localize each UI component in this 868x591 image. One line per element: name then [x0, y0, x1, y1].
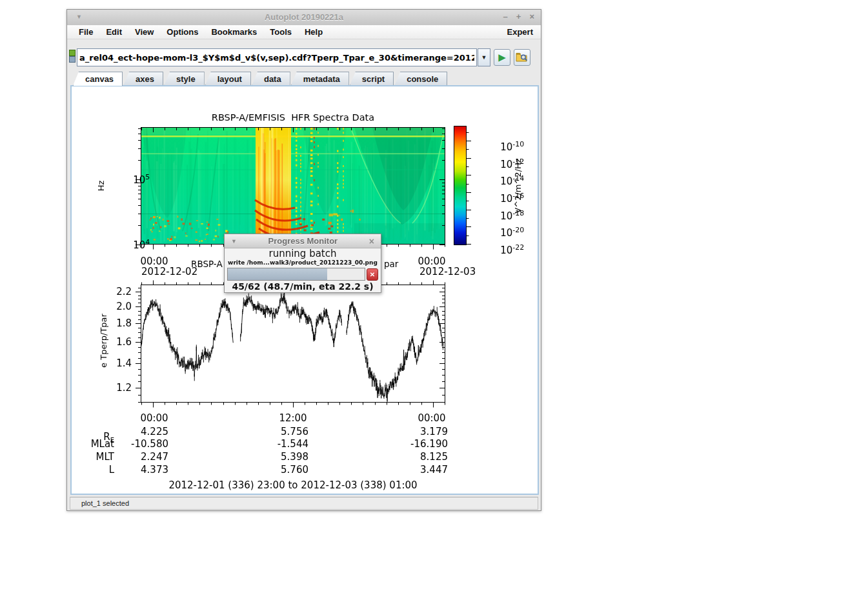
close-button[interactable]: ×: [529, 12, 534, 21]
tab-script[interactable]: script: [350, 72, 394, 86]
menu-help[interactable]: Help: [298, 27, 329, 37]
tab-canvas[interactable]: canvas: [73, 72, 123, 86]
status-bar: plot_1 selected: [70, 497, 538, 510]
spectrogram-xtick-left-date: 2012-12-02: [141, 266, 197, 277]
chevron-down-icon: ▼: [481, 54, 487, 61]
status-text: plot_1 selected: [70, 497, 538, 509]
datasource-blue-square-icon: [69, 56, 76, 63]
spectrogram-xlabel-fragment-right: par: [384, 259, 398, 269]
window-titlebar[interactable]: ▼ Autoplot 20190221a – + ×: [67, 10, 541, 26]
inspect-uri-button[interactable]: [514, 49, 530, 66]
time-range-label: 2012-12-01 (336) 23:00 to 2012-12-03 (33…: [168, 479, 417, 491]
progress-monitor-dialog: ▼ Progress Monitor × running batch write…: [224, 234, 381, 293]
progress-fill: [228, 268, 327, 280]
table-cell: 4.373: [97, 464, 168, 476]
menu-options[interactable]: Options: [160, 27, 205, 37]
expert-menu[interactable]: Expert: [507, 27, 536, 37]
datasource-indicator-icon: [69, 50, 75, 63]
uri-dropdown-button[interactable]: ▼: [478, 48, 490, 66]
play-icon: ▶: [498, 52, 506, 63]
table-cell: 2.247: [97, 451, 168, 463]
tab-layout[interactable]: layout: [205, 72, 251, 86]
table-cell: 5.756: [237, 426, 308, 437]
timeseries-ytick-2.0: 2.0: [104, 301, 132, 312]
dialog-titlebar[interactable]: ▼ Progress Monitor ×: [225, 234, 381, 248]
uri-toolbar: ▼ ▶: [67, 39, 541, 72]
table-cell: 8.125: [377, 451, 448, 463]
spectrogram-title: RBSP-A/EMFISIS HFR Spectra Data: [212, 112, 374, 123]
screen: ▼ Autoplot 20190221a – + × File Edit Vie…: [0, 0, 868, 591]
table-cell: 4.225: [97, 426, 168, 437]
tab-console[interactable]: console: [394, 72, 447, 86]
timeseries-ytick-1.6: 1.6: [104, 336, 132, 348]
timeseries-ytick-1.2: 1.2: [104, 382, 132, 394]
menubar: File Edit View Options Bookmarks Tools H…: [67, 25, 541, 39]
stop-x-icon: ✕: [370, 271, 375, 278]
dialog-close-icon[interactable]: ×: [369, 236, 381, 246]
table-cell: 5.760: [237, 464, 308, 476]
progress-heading: running batch: [225, 248, 381, 259]
table-cell: -10.580: [97, 438, 168, 450]
datasource-green-square-icon: [69, 50, 76, 56]
timeseries-ytick-2.2: 2.2: [104, 286, 132, 297]
maximize-button[interactable]: +: [516, 12, 521, 21]
dialog-menu-icon[interactable]: ▼: [225, 238, 237, 245]
timeseries-xtick-1: 12:00: [279, 412, 307, 424]
spectrogram-ytick-1e4: 104: [108, 226, 132, 263]
timeseries-xtick-0: 00:00: [140, 412, 168, 424]
tab-axes[interactable]: axes: [123, 72, 163, 86]
go-play-button[interactable]: ▶: [494, 49, 510, 66]
spectrogram-ylabel: Hz: [96, 181, 106, 192]
table-cell: 3.179: [377, 426, 448, 437]
timeseries-xtick-2: 00:00: [418, 412, 445, 424]
spectrogram-ytick-1e5: 105: [108, 161, 132, 197]
progress-row: ✕: [225, 266, 381, 281]
progress-detail: write /hom...walk3/product_20121223_00.p…: [225, 259, 381, 266]
progress-status: 45/62 (48.7/min, eta 22.2 s): [225, 281, 381, 292]
tab-style[interactable]: style: [164, 72, 205, 86]
spectrogram-xlabel-fragment-left: RBSP-A: [191, 259, 223, 269]
progress-bar: [227, 268, 365, 281]
table-cell: 5.398: [237, 451, 308, 463]
colorbar-label: V^2/m^2/Hz: [513, 158, 523, 213]
menu-tools[interactable]: Tools: [263, 27, 298, 37]
uri-input[interactable]: [77, 48, 477, 66]
table-cell: -16.190: [377, 438, 448, 450]
spectrogram-xtick-right-date: 2012-12-03: [419, 266, 476, 277]
menu-view[interactable]: View: [128, 27, 160, 37]
tab-bar: canvas axes style layout data metadata s…: [73, 72, 448, 86]
tab-data[interactable]: data: [252, 72, 290, 86]
table-cell: 3.447: [377, 464, 448, 476]
timeseries-ytick-1.8: 1.8: [104, 317, 132, 329]
menu-file[interactable]: File: [72, 27, 99, 37]
colorbar-tick-6: 10-22: [476, 232, 524, 256]
menu-bookmarks[interactable]: Bookmarks: [205, 27, 263, 37]
dialog-title: Progress Monitor: [237, 236, 369, 246]
table-cell: -1.544: [237, 438, 308, 450]
window-title: Autoplot 20190221a: [67, 12, 541, 22]
tab-metadata[interactable]: metadata: [291, 72, 349, 86]
stop-button[interactable]: ✕: [367, 268, 378, 281]
folder-magnifier-icon: [515, 55, 529, 66]
minimize-button[interactable]: –: [503, 12, 508, 21]
timeseries-ytick-1.4: 1.4: [104, 357, 132, 369]
menu-edit[interactable]: Edit: [99, 27, 128, 37]
